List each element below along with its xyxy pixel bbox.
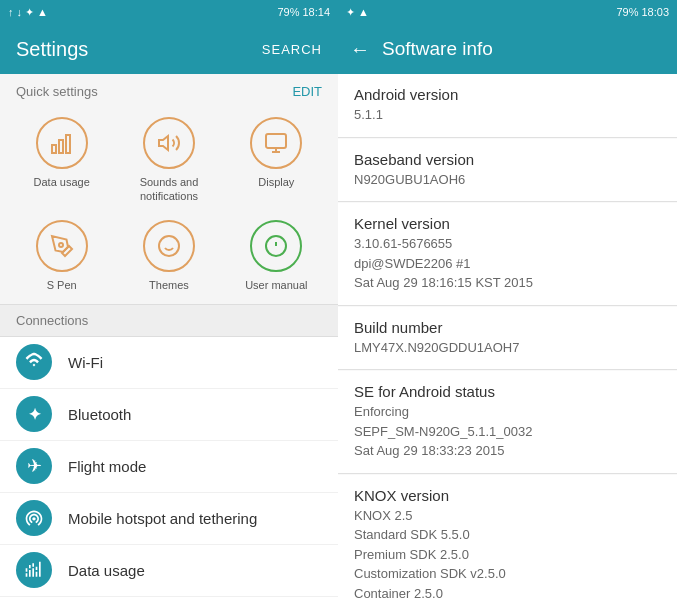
qs-sounds-label: Sounds and notifications [119,175,218,204]
se-android-value: Enforcing SEPF_SM-N920G_5.1.1_0032 Sat A… [354,402,661,461]
bluetooth-label: Bluetooth [68,406,131,423]
knox-version-value: KNOX 2.5 Standard SDK 5.5.0 Premium SDK … [354,506,661,601]
bluetooth-icon: ✦ [16,396,52,432]
qs-themes-label: Themes [149,278,189,292]
qs-data-usage-label: Data usage [34,175,90,189]
svg-rect-1 [59,140,63,153]
back-button[interactable]: ← [350,38,370,61]
qs-user-manual[interactable]: User manual [223,212,330,300]
qs-data-usage-icon [36,117,88,169]
battery-percent-left: 79% [277,6,299,18]
qs-display-label: Display [258,175,294,189]
svg-rect-2 [66,135,70,153]
time-left: 18:14 [302,6,330,18]
settings-title: Settings [16,38,88,61]
data-usage-label: Data usage [68,562,145,579]
kernel-version-section: Kernel version 3.10.61-5676655 dpi@SWDE2… [338,203,677,306]
data-usage-icon [16,552,52,588]
build-number-section: Build number LMY47X.N920GDDU1AOH7 [338,307,677,371]
software-info-title: Software info [382,38,493,60]
right-content: Android version 5.1.1 Baseband version N… [338,74,677,600]
qs-display[interactable]: Display [223,109,330,212]
kernel-version-title: Kernel version [354,215,661,232]
android-version-title: Android version [354,86,661,103]
se-android-section: SE for Android status Enforcing SEPF_SM-… [338,371,677,474]
download-icon: ↓ [17,6,23,18]
edit-button[interactable]: EDIT [292,84,322,99]
svg-marker-3 [159,136,168,150]
battery-percent-right: 79% [616,6,638,18]
left-panel: ↑ ↓ ✦ ▲ 79% 18:14 Settings SEARCH Quick … [0,0,338,600]
qs-user-manual-icon [250,220,302,272]
upload-icon: ↑ [8,6,14,18]
build-number-title: Build number [354,319,661,336]
connections-label: Connections [16,313,88,328]
wifi-status-icon: ▲ [37,6,48,18]
bluetooth-status-icon: ✦ [25,6,34,19]
knox-version-title: KNOX version [354,487,661,504]
left-status-bar: ↑ ↓ ✦ ▲ 79% 18:14 [0,0,338,24]
qs-user-manual-label: User manual [245,278,307,292]
search-button[interactable]: SEARCH [262,42,322,57]
settings-item-hotspot[interactable]: Mobile hotspot and tethering [0,493,338,545]
build-number-value: LMY47X.N920GDDU1AOH7 [354,338,661,358]
qs-data-usage[interactable]: Data usage [8,109,115,212]
android-version-value: 5.1.1 [354,105,661,125]
settings-item-wifi[interactable]: Wi-Fi [0,337,338,389]
qs-spen[interactable]: S Pen [8,212,115,300]
quick-settings-header: Quick settings EDIT [0,74,338,105]
hotspot-icon [16,500,52,536]
qs-sounds[interactable]: Sounds and notifications [115,109,222,212]
android-version-section: Android version 5.1.1 [338,74,677,138]
left-header: Settings SEARCH [0,24,338,74]
flight-icon: ✈ [16,448,52,484]
settings-list: Wi-Fi ✦ Bluetooth ✈ Flight mode Mobile h… [0,337,338,600]
right-status-icons-left: ✦ ▲ [346,6,369,19]
settings-item-bluetooth[interactable]: ✦ Bluetooth [0,389,338,441]
right-wifi-icon: ▲ [358,6,369,18]
qs-themes[interactable]: Themes [115,212,222,300]
knox-version-section: KNOX version KNOX 2.5 Standard SDK 5.5.0… [338,475,677,601]
svg-rect-0 [52,145,56,153]
qs-sounds-icon [143,117,195,169]
wifi-icon [16,344,52,380]
time-right: 18:03 [641,6,669,18]
qs-spen-icon [36,220,88,272]
qs-display-icon [250,117,302,169]
se-android-title: SE for Android status [354,383,661,400]
baseband-version-section: Baseband version N920GUBU1AOH6 [338,139,677,203]
connections-section-header: Connections [0,304,338,337]
svg-rect-4 [266,134,286,148]
settings-item-data-usage[interactable]: Data usage [0,545,338,597]
right-bluetooth-icon: ✦ [346,6,355,19]
right-header: ← Software info [338,24,677,74]
quick-settings-grid: Data usage Sounds and notifications Disp… [0,105,338,304]
baseband-version-value: N920GUBU1AOH6 [354,170,661,190]
left-status-icons: ↑ ↓ ✦ ▲ [8,6,48,19]
qs-themes-icon [143,220,195,272]
right-status-bar: ✦ ▲ 79% 18:03 [338,0,677,24]
left-status-right: 79% 18:14 [277,6,330,18]
baseband-version-title: Baseband version [354,151,661,168]
quick-settings-label: Quick settings [16,84,98,99]
right-status-icons-right: 79% 18:03 [616,6,669,18]
svg-point-6 [59,243,63,247]
hotspot-label: Mobile hotspot and tethering [68,510,257,527]
qs-spen-label: S Pen [47,278,77,292]
kernel-version-value: 3.10.61-5676655 dpi@SWDE2206 #1 Sat Aug … [354,234,661,293]
wifi-label: Wi-Fi [68,354,103,371]
svg-point-7 [159,236,179,256]
flight-label: Flight mode [68,458,146,475]
right-panel: ✦ ▲ 79% 18:03 ← Software info Android ve… [338,0,677,600]
settings-item-flight[interactable]: ✈ Flight mode [0,441,338,493]
